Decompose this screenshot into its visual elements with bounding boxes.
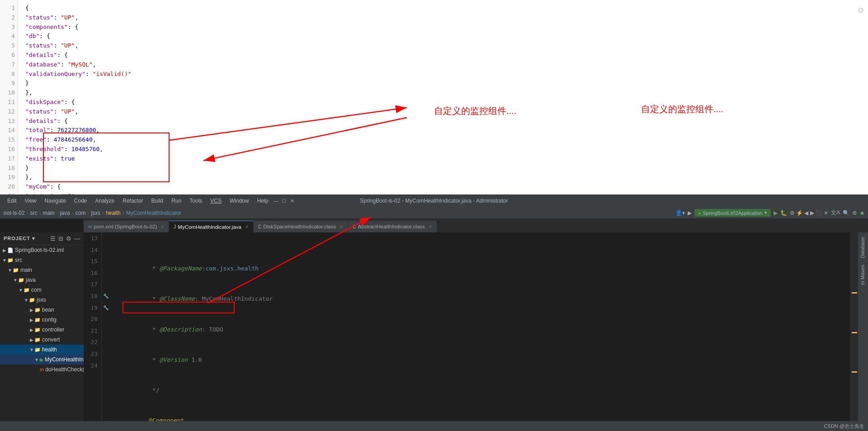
code-line-17: */: [113, 373, 846, 384]
csdn-label: CSDN @吉士先生: [824, 423, 864, 430]
translate-icon[interactable]: 文A: [831, 209, 840, 217]
run-button[interactable]: ▶: [774, 210, 778, 216]
tab-icon-m: m: [88, 224, 92, 229]
minimize-button[interactable]: —: [273, 198, 279, 204]
settings-icon[interactable]: ⚙: [858, 5, 863, 15]
search-icon[interactable]: 🔍: [843, 210, 849, 216]
tree-label-health: health: [42, 346, 57, 353]
tree-item-main[interactable]: ▼ 📁 main: [0, 265, 84, 275]
settings-icon-ide[interactable]: ⚙: [852, 210, 857, 216]
iml-icon: 📄: [7, 247, 14, 253]
sidebar-icon-close2[interactable]: —: [74, 235, 80, 242]
code-line-18: @Component: [113, 403, 846, 415]
menu-view[interactable]: View: [21, 197, 40, 205]
tree-label-src: src: [15, 257, 22, 263]
menu-window[interactable]: Window: [226, 197, 253, 205]
annotation-label: 自定义的监控组件....: [641, 103, 723, 115]
database-tab[interactable]: Database: [858, 234, 868, 261]
breadcrumb-jsxs[interactable]: jsxs: [91, 210, 100, 216]
menu-vcs[interactable]: VCS: [207, 197, 225, 205]
run-arrow-icon: ▶: [688, 210, 692, 216]
run-config-icon: ●: [698, 210, 701, 216]
sidebar-header-icons: ☰ ⊟ ⚙ —: [50, 235, 80, 242]
folder-icon-com: 📁: [24, 287, 30, 293]
tab-label-abstract: AbstractHealthIndicator.class: [358, 224, 425, 229]
tree-item-convert[interactable]: ▶ 📁 convert: [0, 335, 84, 345]
menu-tools[interactable]: Tools: [186, 197, 206, 205]
tab-close-pom[interactable]: ✕: [160, 224, 164, 229]
tab-diskspace[interactable]: C DiskSpaceHealthIndicator.class ✕: [254, 221, 348, 232]
menu-code[interactable]: Code: [71, 197, 91, 205]
tab-close-mycom[interactable]: ✕: [245, 224, 249, 229]
sidebar-header: Project ▾ ☰ ⊟ ⚙ —: [0, 232, 84, 245]
folder-icon-src: 📁: [7, 257, 14, 263]
menu-run[interactable]: Run: [168, 197, 185, 205]
project-sidebar: Project ▾ ☰ ⊟ ⚙ — ▶ 📄 SpringBoot-ls-02.i…: [0, 232, 84, 431]
close-button[interactable]: ✕: [289, 198, 295, 204]
run-indicator: ●: [860, 209, 864, 217]
tree-item-config[interactable]: ▶ 📁 config: [0, 315, 84, 325]
status-right: CSDN @吉士先生: [824, 423, 864, 430]
tree-item-health[interactable]: ▼ 📁 health: [0, 345, 84, 355]
tree-item-method[interactable]: m doHealthCheck(Builder):void: [0, 365, 84, 374]
breadcrumb-class[interactable]: MyComHealthIndicator: [126, 210, 181, 216]
right-gutter: [850, 232, 858, 431]
run-config-arrow: ▾: [764, 210, 767, 216]
tree-item-controller[interactable]: ▶ 📁 controller: [0, 325, 84, 335]
menu-edit[interactable]: Edit: [4, 197, 20, 205]
tab-pom[interactable]: m pom.xml (SpringBoot-ls-02) ✕: [84, 221, 169, 232]
tab-label-diskspace: DiskSpaceHealthIndicator.class: [263, 224, 336, 229]
menu-analyze[interactable]: Analyze: [92, 197, 118, 205]
tree-label-iml: SpringBoot-ls-02.iml: [15, 247, 64, 253]
ide-window: Edit View Navigate Code Analyze Refactor…: [0, 194, 868, 431]
tree-item-src[interactable]: ▼ 📁 src: [0, 255, 84, 265]
tab-icon-abstract: C: [353, 224, 356, 229]
folder-icon-java: 📁: [18, 277, 24, 283]
breadcrumb-health[interactable]: health: [106, 210, 121, 216]
code-line-13: * @PackageName:com.jsxs.health: [113, 251, 846, 263]
user-icon[interactable]: 👤▾: [675, 210, 685, 216]
menu-refactor[interactable]: Refactor: [119, 197, 146, 205]
tab-mycom[interactable]: J MyComHealthIndicator.java ✕: [169, 221, 254, 232]
sidebar-icon-list[interactable]: ☰: [50, 235, 56, 242]
maven-tab[interactable]: m Maven: [858, 262, 868, 288]
tab-close-abstract[interactable]: ✕: [429, 224, 432, 229]
window-controls: — ☐ ✕: [273, 198, 295, 204]
tab-label-mycom: MyComHealthIndicator.java: [178, 224, 241, 230]
debug-button[interactable]: 🐛: [780, 210, 787, 216]
breadcrumb-main[interactable]: main: [43, 210, 55, 216]
tree-item-bean[interactable]: ▶ 📁 bean: [0, 305, 84, 315]
code-content[interactable]: * @PackageName:com.jsxs.health * @ClassN…: [110, 232, 850, 431]
tree-item-java[interactable]: ▼ 📁 java: [0, 275, 84, 285]
breadcrumb-java[interactable]: java: [60, 210, 70, 216]
sidebar-icon-collapse[interactable]: ⊟: [58, 235, 63, 242]
tree-item-mycomclass[interactable]: ▼ ◉ MyComHealthIndicator: [0, 355, 84, 365]
method-icon: m: [40, 367, 44, 372]
folder-icon-convert: 📁: [34, 337, 41, 343]
tab-label-pom: pom.xml (SpringBoot-ls-02): [94, 224, 157, 229]
tree-item-jsxs[interactable]: ▼ 📁 jsxs: [0, 295, 84, 305]
maximize-button[interactable]: ☐: [281, 198, 287, 204]
tree-label-jsxs: jsxs: [37, 297, 46, 303]
tab-icon-j: J: [174, 224, 176, 229]
breadcrumb-com[interactable]: com: [75, 210, 86, 216]
menu-bar: Edit View Navigate Code Analyze Refactor…: [0, 194, 868, 207]
menu-help[interactable]: Help: [254, 197, 272, 205]
code-line-14: * @ClassName: MyComHealthIndicator: [113, 282, 846, 294]
tree-item-iml[interactable]: ▶ 📄 SpringBoot-ls-02.iml: [0, 245, 84, 255]
sidebar-title: Project ▾: [4, 236, 35, 242]
menu-build[interactable]: Build: [148, 197, 167, 205]
tree-item-com[interactable]: ▼ 📁 com: [0, 285, 84, 295]
run-config-dropdown[interactable]: ● SpringBootLs02Application ▾: [694, 209, 771, 217]
run-config-label: SpringBootLs02Application: [703, 210, 763, 216]
breadcrumb-src[interactable]: src: [30, 210, 38, 216]
tab-abstract[interactable]: C AbstractHealthIndicator.class ✕: [348, 221, 437, 232]
spring-icon: ◉: [39, 357, 43, 363]
toolbar-icons: ⚙ ⚡ ◀ ▶ ⬛ ✕: [790, 210, 829, 216]
window-title: SpringBoot-ls-02 - MyComHealthIndicator.…: [360, 198, 508, 204]
json-viewer: 12345 678910 1112131415 1617181920 21222…: [0, 0, 868, 194]
breadcrumb-project[interactable]: oot-ls-02: [4, 210, 25, 216]
menu-navigate[interactable]: Navigate: [41, 197, 69, 205]
sidebar-icon-settings[interactable]: ⚙: [66, 235, 71, 242]
tab-close-diskspace[interactable]: ✕: [340, 224, 343, 229]
